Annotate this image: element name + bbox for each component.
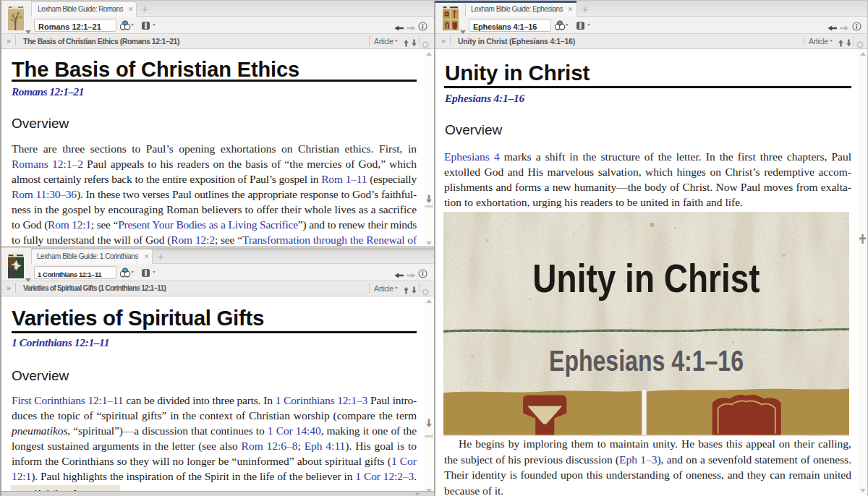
svg-text:Unity in Christ: Unity in Christ: [532, 256, 760, 301]
svg-text:Ephesians 4:1–16: Ephesians 4:1–16: [549, 345, 744, 377]
